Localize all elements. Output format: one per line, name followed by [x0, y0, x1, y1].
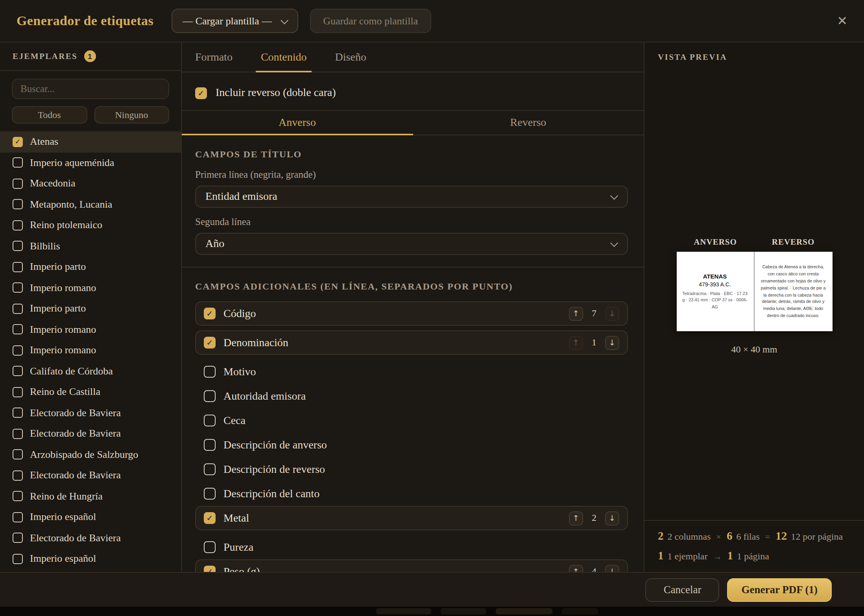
checkbox[interactable] — [13, 533, 23, 543]
list-item[interactable]: Electorado de Baviera — [0, 402, 181, 423]
include-reverse-row[interactable]: Incluir reverso (doble cara) — [195, 83, 628, 103]
checkbox[interactable] — [204, 390, 216, 402]
checkbox[interactable] — [204, 488, 216, 500]
list-item[interactable]: Imperio aqueménida — [0, 152, 181, 173]
checkbox[interactable] — [13, 137, 23, 147]
list-item[interactable]: Imperio español — [0, 507, 181, 527]
list-item[interactable]: Electorado de Baviera — [0, 527, 181, 548]
checkbox[interactable] — [204, 566, 216, 572]
list-item[interactable]: Imperio parto — [0, 298, 181, 319]
select-all-button[interactable]: Todos — [12, 106, 87, 124]
checkbox[interactable] — [204, 439, 216, 451]
move-up-button[interactable]: ↑ — [569, 564, 583, 572]
close-icon[interactable]: ✕ — [837, 13, 847, 28]
checkbox[interactable] — [13, 325, 23, 335]
tab-contenido[interactable]: Contenido — [261, 42, 307, 72]
checkbox[interactable] — [13, 554, 23, 564]
rows-label: 6 filas — [736, 531, 759, 543]
order-value: 7 — [589, 308, 600, 319]
move-down-button[interactable]: ↓ — [605, 336, 619, 350]
move-up-button[interactable]: ↑ — [569, 306, 583, 321]
checkbox[interactable] — [13, 408, 23, 418]
label-preview: ANVERSO REVERSO ATENAS 479-393 A.C. Tetr… — [644, 238, 864, 356]
move-up-button[interactable]: ↑ — [569, 336, 583, 350]
checkbox[interactable] — [195, 87, 207, 99]
move-down-button[interactable]: ↓ — [605, 306, 619, 321]
checkbox[interactable] — [13, 220, 23, 231]
checkbox[interactable] — [13, 387, 23, 397]
background-fragment — [562, 608, 598, 614]
first-line-select[interactable]: Entidad emisora — [195, 186, 628, 208]
list-item[interactable]: Reino ptolemaico — [0, 215, 181, 236]
columns-label: 2 columnas — [668, 531, 711, 543]
tab-reverso[interactable]: Reverso — [413, 111, 644, 135]
list-item[interactable]: Reino de Castilla — [0, 382, 181, 402]
checkbox[interactable] — [204, 541, 216, 553]
list-item[interactable]: Imperio parto — [0, 256, 181, 277]
checkbox[interactable] — [204, 366, 216, 378]
checkbox[interactable] — [13, 491, 23, 502]
list-item-label: Atenas — [30, 136, 58, 148]
front-card-subtitle: 479-393 A.C. — [699, 281, 731, 287]
field-label: Autoridad emisora — [223, 390, 306, 402]
move-down-button[interactable]: ↓ — [605, 564, 619, 572]
checkbox[interactable] — [13, 512, 23, 522]
list-item[interactable]: Metaponto, Lucania — [0, 194, 181, 215]
checkbox[interactable] — [13, 241, 23, 251]
tab-diseno[interactable]: Diseño — [335, 42, 366, 72]
checkbox[interactable] — [204, 308, 216, 319]
pages-count: 1 — [727, 549, 733, 563]
list-item-label: Electorado de Baviera — [30, 428, 121, 440]
save-template-button[interactable]: Guardar como plantilla — [310, 9, 431, 33]
checkbox[interactable] — [204, 337, 216, 349]
list-item-label: Reino de Castilla — [30, 386, 100, 398]
checkbox[interactable] — [13, 470, 23, 481]
include-reverse-label: Incluir reverso (doble cara) — [216, 87, 336, 99]
search-input[interactable] — [12, 79, 169, 99]
first-line-label: Primera línea (negrita, grande) — [195, 169, 628, 181]
move-down-button[interactable]: ↓ — [605, 511, 619, 525]
checkbox[interactable] — [13, 366, 23, 376]
list-item[interactable]: Imperio romano — [0, 319, 181, 340]
list-item[interactable]: Atenas — [0, 131, 181, 152]
list-item-label: Reino ptolemaico — [30, 219, 102, 232]
checkbox[interactable] — [13, 429, 23, 439]
list-item[interactable]: Electorado de Baviera — [0, 423, 181, 444]
per-page-label: 12 por página — [791, 531, 843, 543]
generate-pdf-button[interactable]: Generar PDF (1) — [727, 578, 832, 601]
list-item[interactable]: Reino de Hungría — [0, 486, 181, 507]
checkbox[interactable] — [13, 345, 23, 356]
list-item[interactable]: Electorado de Baviera — [0, 465, 181, 486]
reverso-label: REVERSO — [754, 238, 832, 246]
checkbox[interactable] — [13, 179, 23, 189]
list-item[interactable]: Bilbilis — [0, 236, 181, 256]
chevron-down-icon — [610, 192, 618, 200]
field-label: Metal — [223, 512, 249, 524]
field-label: Pureza — [223, 541, 253, 553]
list-item[interactable]: Macedonia — [0, 173, 181, 194]
tab-formato[interactable]: Formato — [195, 42, 233, 72]
tab-anverso[interactable]: Anverso — [182, 111, 413, 135]
list-item[interactable]: Califato de Córdoba — [0, 361, 181, 382]
move-up-button[interactable]: ↑ — [569, 511, 583, 525]
checkbox[interactable] — [13, 304, 23, 314]
checkbox[interactable] — [13, 262, 23, 272]
checkbox[interactable] — [13, 283, 23, 293]
label-generator-modal: Generador de etiquetas — Cargar plantill… — [0, 0, 864, 616]
second-line-select[interactable]: Año — [195, 233, 628, 255]
checkbox[interactable] — [13, 158, 23, 168]
checkbox[interactable] — [13, 450, 23, 460]
select-none-button[interactable]: Ninguno — [94, 106, 169, 124]
list-item[interactable]: Imperio romano — [0, 277, 181, 298]
checkbox[interactable] — [204, 415, 216, 426]
side-tab-bar: Anverso Reverso — [182, 111, 644, 135]
list-item[interactable]: Imperio romano — [0, 340, 181, 361]
list-item[interactable]: Arzobispado de Salzburgo — [0, 444, 181, 465]
checkbox[interactable] — [204, 463, 216, 475]
checkbox[interactable] — [204, 512, 216, 524]
background-fragment — [441, 608, 486, 614]
list-item[interactable]: Imperio español — [0, 548, 181, 569]
load-template-select[interactable]: — Cargar plantilla — — [172, 9, 298, 33]
cancel-button[interactable]: Cancelar — [646, 578, 720, 601]
checkbox[interactable] — [13, 199, 23, 210]
